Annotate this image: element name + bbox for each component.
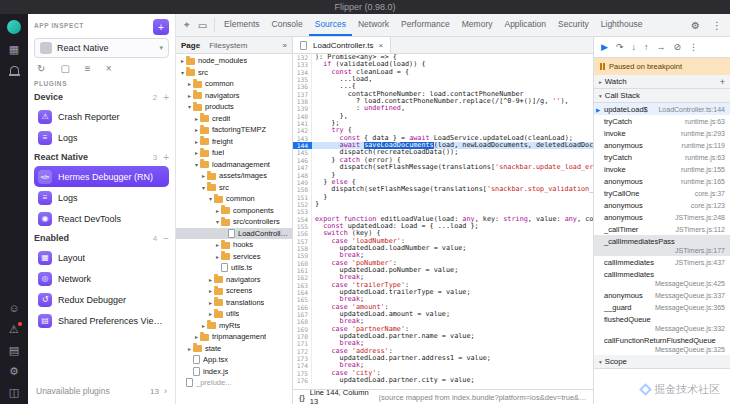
plugin-layout[interactable]: ▦Layout: [34, 247, 169, 268]
section-device[interactable]: Device2+: [34, 88, 169, 106]
line-number[interactable]: 153: [293, 208, 312, 215]
code-line-160[interactable]: 160 case 'poNumber':: [293, 260, 593, 267]
tree-item-hooks[interactable]: ▸hooks: [176, 239, 292, 251]
line-number[interactable]: 137: [293, 91, 312, 98]
plugin-shared-preferences-viewer[interactable]: ▤Shared Preferences Viewer: [34, 310, 169, 331]
code-line-142[interactable]: 142 try {: [293, 127, 593, 134]
callstack-frame[interactable]: anonymousMessageQueue.js:337: [594, 289, 730, 301]
plugin-logs[interactable]: ≡Logs: [34, 187, 169, 208]
tab-elements[interactable]: Elements: [218, 14, 265, 36]
callstack-frame[interactable]: _callImmediatesPassJSTimers.js:177: [594, 235, 730, 256]
tree-item-navigators[interactable]: ▸navigators: [176, 274, 292, 286]
close-tab-icon[interactable]: ×: [378, 41, 383, 50]
plugin-logs[interactable]: ≡Logs: [34, 127, 169, 148]
more-menu-icon[interactable]: ⋮: [689, 42, 698, 52]
tab-lighthouse[interactable]: Lighthouse: [595, 14, 649, 36]
line-number[interactable]: 155: [293, 223, 312, 230]
code-line-170[interactable]: 170 updatedLoad.partner.name = value;: [293, 333, 593, 340]
line-number[interactable]: 169: [293, 326, 312, 333]
callstack-frame[interactable]: invokeruntime.js:155: [594, 163, 730, 175]
callstack-frame[interactable]: callFunctionReturnFlushedQueueMessageQue…: [594, 334, 730, 355]
line-number[interactable]: 157: [293, 238, 312, 245]
line-number[interactable]: 132: [293, 54, 312, 61]
sidebar-action-button[interactable]: +: [153, 19, 169, 35]
callstack-frame[interactable]: anonymousJSTimers.js:248: [594, 211, 730, 223]
docs-icon[interactable]: ▤: [9, 344, 19, 356]
tree-item-tripmanagement[interactable]: ▸tripmanagement: [176, 331, 292, 343]
tree-item-myrts[interactable]: ▸myRts: [176, 320, 292, 332]
tree-item-src[interactable]: ▾src: [176, 182, 292, 194]
tree-item-navigators[interactable]: ▸navigators: [176, 90, 292, 102]
line-number[interactable]: 154: [293, 216, 312, 223]
tree-item-screens[interactable]: ▸screens: [176, 285, 292, 297]
line-number[interactable]: 144: [293, 142, 312, 149]
code-area[interactable]: 132): Promise<any> => {133 if (validateL…: [293, 54, 593, 389]
code-line-148[interactable]: 148 }: [293, 172, 593, 179]
code-line-158[interactable]: 158 updatedLoad.loadNumber = value;: [293, 245, 593, 252]
code-line-147[interactable]: 147 dispatch(setFlashMessage(translation…: [293, 164, 593, 171]
tree-item-factoringtempz[interactable]: ▸factoringTEMPZ: [176, 124, 292, 136]
line-number[interactable]: 133: [293, 61, 312, 68]
tree-item-index-js[interactable]: index.js: [176, 366, 292, 378]
line-number[interactable]: 145: [293, 149, 312, 156]
line-number[interactable]: 142: [293, 127, 312, 134]
code-line-139[interactable]: 139 : undefined,: [293, 105, 593, 112]
code-line-149[interactable]: 149 } else {: [293, 179, 593, 186]
code-line-159[interactable]: 159 break;: [293, 252, 593, 259]
code-line-171[interactable]: 171 break;: [293, 340, 593, 347]
tree-item-assets-images[interactable]: ▸assets/images: [176, 170, 292, 182]
tree-item-services[interactable]: ▸services: [176, 251, 292, 263]
code-line-166[interactable]: 166 case 'amount':: [293, 304, 593, 311]
notifications-icon[interactable]: [10, 66, 19, 74]
code-line-137[interactable]: 137 contactPhoneNumber: load.contactPhon…: [293, 91, 593, 98]
unavailable-plugins[interactable]: Unavailable plugins 13 ›: [34, 383, 169, 399]
tab-sources[interactable]: Sources: [309, 14, 352, 36]
tab-console[interactable]: Console: [266, 14, 309, 36]
code-line-176[interactable]: 176 updatedLoad.partner.city = value;: [293, 377, 593, 384]
nav-tab-filesystem[interactable]: Filesystem: [209, 41, 247, 50]
code-line-133[interactable]: 133 if (validateLoad(load)) {: [293, 61, 593, 68]
inspect-icon[interactable]: ⌖: [180, 19, 194, 31]
line-number[interactable]: 164: [293, 289, 312, 296]
callstack-frame[interactable]: updateLoad$LoadController.ts:144: [594, 103, 730, 115]
device-frame-icon[interactable]: ▢: [60, 63, 69, 74]
code-line-146[interactable]: 146 } catch (error) {: [293, 157, 593, 164]
line-number[interactable]: 143: [293, 135, 312, 142]
line-number[interactable]: 176: [293, 377, 312, 384]
tab-security[interactable]: Security: [552, 14, 595, 36]
plugin-hermes-debugger-rn[interactable]: </>Hermes Debugger (RN): [34, 166, 169, 187]
watch-section-header[interactable]: ▸ Watch +: [594, 75, 730, 89]
tab-memory[interactable]: Memory: [456, 14, 499, 36]
line-number[interactable]: 138: [293, 98, 312, 105]
line-number[interactable]: 173: [293, 355, 312, 362]
close-icon[interactable]: ×: [106, 63, 112, 74]
section-react-native[interactable]: React Native3+: [34, 148, 169, 166]
callstack-frame[interactable]: flushedQueueMessageQueue.js:332: [594, 313, 730, 334]
tree-item-utils-ts[interactable]: utils.ts: [176, 262, 292, 274]
line-number[interactable]: 146: [293, 157, 312, 164]
code-line-154[interactable]: 154export function editLoadValue(load: a…: [293, 216, 593, 223]
code-line-151[interactable]: 151 }: [293, 194, 593, 201]
tree-item-common[interactable]: ▸common: [176, 78, 292, 90]
tree-item-app-tsx[interactable]: App.tsx: [176, 354, 292, 366]
line-number[interactable]: 151: [293, 194, 312, 201]
line-number[interactable]: 139: [293, 105, 312, 112]
line-number[interactable]: 174: [293, 362, 312, 369]
code-line-138[interactable]: 138 ? load.contactPhoneNumber.replace(/[…: [293, 98, 593, 105]
flipper-logo[interactable]: [7, 20, 21, 34]
tab-network[interactable]: Network: [352, 14, 395, 36]
callstack-frame[interactable]: callImmediatesMessageQueue.js:425: [594, 268, 730, 289]
tree-item-loadmanagement[interactable]: ▾loadmanagement: [176, 159, 292, 171]
deactivate-breakpoints-icon[interactable]: ⊘: [673, 42, 681, 52]
tree-item-freight[interactable]: ▸freight: [176, 136, 292, 148]
plugin-network[interactable]: ◎Network: [34, 268, 169, 289]
line-number[interactable]: 167: [293, 311, 312, 318]
line-number[interactable]: 136: [293, 83, 312, 90]
tree-item-prelude[interactable]: _prelude...: [176, 377, 292, 389]
code-line-168[interactable]: 168 break;: [293, 318, 593, 325]
alerts-icon[interactable]: ⚠: [9, 323, 19, 335]
plugin-react-devtools[interactable]: ◉React DevTools: [34, 208, 169, 229]
code-line-162[interactable]: 162 break;: [293, 274, 593, 281]
layout-rail-icon[interactable]: ◫: [9, 386, 19, 398]
tree-item-fuel[interactable]: ▸fuel: [176, 147, 292, 159]
